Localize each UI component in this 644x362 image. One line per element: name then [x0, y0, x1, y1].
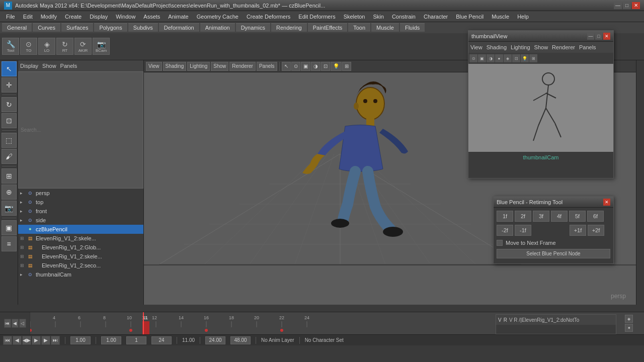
total-end-input[interactable]: [230, 336, 251, 344]
thumb-shading-menu[interactable]: Shading: [487, 44, 507, 50]
shelf-icon-bcam[interactable]: 📷BCam: [93, 38, 110, 55]
menu-create-deformers[interactable]: Create Deformers: [243, 13, 294, 21]
snap-tool-button[interactable]: ⊕: [2, 185, 17, 200]
shelf-tab-rendering[interactable]: Rendering: [271, 23, 307, 32]
step-back-button[interactable]: ◀: [13, 336, 22, 345]
bp-move-checkbox[interactable]: [497, 240, 503, 246]
maximize-button[interactable]: □: [623, 2, 631, 9]
vp-icon-grid[interactable]: ⊞: [342, 62, 351, 71]
shelf-tab-painteffects[interactable]: PaintEffects: [308, 23, 348, 32]
vp-icon-light[interactable]: 💡: [331, 62, 342, 71]
menu-character[interactable]: Character: [420, 13, 452, 21]
play-button[interactable]: ▶: [32, 336, 41, 345]
th-icon-1[interactable]: ⊙: [469, 54, 477, 62]
shelf-icon-rt[interactable]: ↻RT: [56, 38, 73, 55]
th-icon-8[interactable]: ⊞: [529, 54, 537, 62]
outliner-item-persp[interactable]: ▸ ⊙ persp: [18, 189, 143, 198]
vp-shading-menu[interactable]: Shading: [163, 62, 187, 71]
shelf-icon-to[interactable]: ⊙TO: [20, 38, 37, 55]
bp-minus1f-button[interactable]: -1f: [515, 225, 531, 236]
range-end-input[interactable]: [151, 336, 172, 344]
select-tool-button[interactable]: ↖: [2, 61, 17, 76]
tl-step-back[interactable]: ◀: [12, 319, 19, 328]
thumb-view-menu[interactable]: View: [470, 44, 482, 50]
th-icon-2[interactable]: ▣: [478, 54, 486, 62]
vp-panels-menu[interactable]: Panels: [257, 62, 277, 71]
menu-edit-deformers[interactable]: Edit Deformers: [294, 13, 339, 21]
outliner-item-front[interactable]: ▸ ⊙ front: [18, 207, 143, 216]
bp-plus2f-button[interactable]: +2f: [588, 225, 604, 236]
menu-constrain[interactable]: Constrain: [388, 13, 420, 21]
play-back-button[interactable]: ◀▶: [22, 336, 31, 345]
menu-blue-pencil[interactable]: Blue Pencil: [452, 13, 488, 21]
thumbnail-maximize-button[interactable]: □: [595, 33, 602, 40]
step-forward-button[interactable]: ▶: [41, 336, 50, 345]
go-start-button[interactable]: ⏮: [3, 336, 12, 345]
outliner-item-top[interactable]: ▸ ⊙ top: [18, 198, 143, 207]
move-tool-button[interactable]: ✛: [2, 77, 17, 93]
outliner-item-thumbcam[interactable]: ▸ ⊙ thumbnailCam: [18, 270, 143, 279]
outliner-search-input[interactable]: [18, 71, 143, 189]
cb-v-button[interactable]: V: [498, 317, 502, 323]
shelf-tab-general[interactable]: General: [2, 23, 32, 32]
tl-go-start[interactable]: ⏮: [4, 319, 11, 328]
thumb-renderer-menu[interactable]: Renderer: [552, 44, 575, 50]
menu-muscle[interactable]: Muscle: [488, 13, 513, 21]
bp-close-button[interactable]: ✕: [603, 199, 610, 206]
bp-plus1f-button[interactable]: +1f: [570, 225, 586, 236]
thumbnail-close-button[interactable]: ✕: [603, 33, 610, 40]
scale-tool-button[interactable]: ⊡: [2, 113, 17, 128]
menu-window[interactable]: Window: [112, 13, 139, 21]
vp-view-menu[interactable]: View: [146, 62, 162, 71]
menu-geometry-cache[interactable]: Geometry Cache: [193, 13, 243, 21]
th-icon-6[interactable]: ⊡: [512, 54, 520, 62]
menu-assets[interactable]: Assets: [139, 13, 164, 21]
bp-select-node-button[interactable]: Select Blue Pencil Node: [497, 249, 610, 258]
menu-modify[interactable]: Modify: [37, 13, 61, 21]
render-tool-button[interactable]: ▣: [2, 220, 17, 235]
range-start-input[interactable]: [101, 336, 121, 344]
outliner-item-rig4[interactable]: ⊞ ▤ ElevenRig_V1_2:seco...: [18, 261, 143, 270]
vp-icon-select[interactable]: ↖: [282, 62, 291, 71]
vp-show-menu[interactable]: Show: [211, 62, 228, 71]
attr-tool-button[interactable]: ≡: [2, 236, 17, 251]
camera-tool-button[interactable]: 📷: [2, 201, 17, 216]
outliner-item-rig3[interactable]: ⊞ ▤ ElevenRig_V1_2:skele...: [18, 252, 143, 261]
go-end-button[interactable]: ⏭: [51, 336, 60, 345]
vp-icon-texture[interactable]: ⊡: [321, 62, 330, 71]
menu-display[interactable]: Display: [86, 13, 112, 21]
bp-2f-button[interactable]: 2f: [515, 211, 531, 222]
icon-1[interactable]: ◈: [625, 315, 633, 323]
outliner-item-rig2[interactable]: ⊞ ▤ ElevenRig_V1_2:Glob...: [18, 243, 143, 252]
shelf-icon-akir[interactable]: ⟳AKIR: [74, 38, 92, 55]
shelf-tab-deformation[interactable]: Deformation: [159, 23, 199, 32]
menu-skeleton[interactable]: Skeleton: [340, 13, 369, 21]
outliner-item-rig1[interactable]: ⊞ ▤ ElevenRig_V1_2:skele...: [18, 234, 143, 243]
thumb-show-menu[interactable]: Show: [534, 44, 548, 50]
shelf-tab-curves[interactable]: Curves: [33, 23, 60, 32]
outliner-item-czbluepencil[interactable]: ✦ czBluePencil: [18, 225, 143, 234]
vp-lighting-menu[interactable]: Lighting: [187, 62, 210, 71]
shelf-tab-subdivs[interactable]: Subdivs: [128, 23, 158, 32]
thumb-panels-menu[interactable]: Panels: [579, 44, 596, 50]
vp-icon-cam[interactable]: ⊙: [291, 62, 300, 71]
th-icon-5[interactable]: ◈: [504, 54, 512, 62]
menu-file[interactable]: File: [2, 13, 19, 21]
shelf-tab-surfaces[interactable]: Surfaces: [61, 23, 93, 32]
outliner-display-menu[interactable]: Display: [20, 63, 38, 69]
close-button[interactable]: ✕: [632, 2, 640, 9]
layout-tool-button[interactable]: ⊞: [2, 168, 17, 184]
bp-minus2f-button[interactable]: -2f: [497, 225, 513, 236]
shelf-icon-lo[interactable]: ◈LO: [38, 38, 55, 55]
vp-renderer-menu[interactable]: Renderer: [229, 62, 256, 71]
th-icon-7[interactable]: 💡: [521, 54, 529, 62]
bp-6f-button[interactable]: 6f: [587, 211, 604, 222]
outliner-panels-menu[interactable]: Panels: [60, 63, 77, 69]
tl-scrub-left[interactable]: ◁: [19, 319, 26, 328]
shelf-tab-toon[interactable]: Toon: [348, 23, 370, 32]
menu-create[interactable]: Create: [61, 13, 86, 21]
shelf-tab-muscle[interactable]: Muscle: [371, 23, 399, 32]
menu-animate[interactable]: Animate: [164, 13, 192, 21]
bp-5f-button[interactable]: 5f: [569, 211, 586, 222]
menu-edit[interactable]: Edit: [19, 13, 37, 21]
